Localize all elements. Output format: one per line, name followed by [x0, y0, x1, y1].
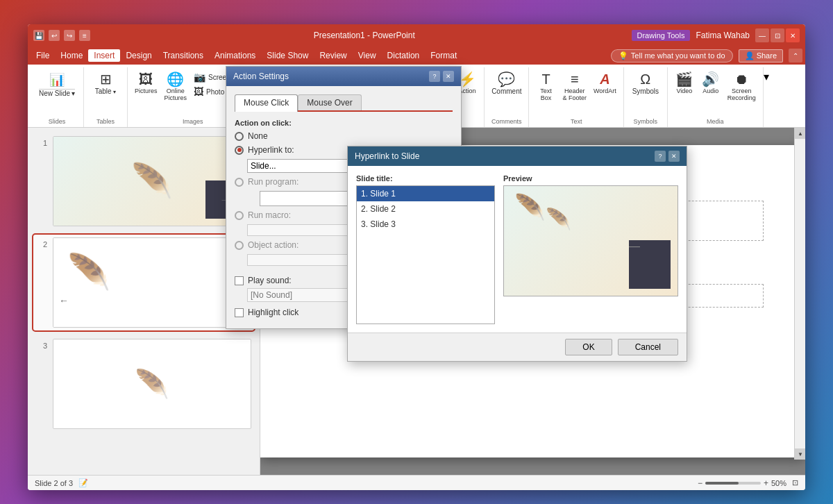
zoom-out-button[interactable]: −	[698, 478, 702, 488]
play-sound-label: Play sound:	[248, 276, 292, 285]
menu-format[interactable]: Format	[425, 49, 462, 62]
ribbon-group-slides: 📊 New Slide ▾ Slides	[31, 67, 84, 127]
radio-hyperlink[interactable]	[235, 146, 244, 155]
slides-group-label: Slides	[49, 118, 66, 127]
customize-icon[interactable]: ≡	[79, 30, 90, 41]
hyperlink-to-slide-dialog: Hyperlink to Slide ? ✕ Slide title: 1. S…	[347, 146, 687, 362]
comments-buttons: 💬 Comment	[489, 67, 524, 118]
hyperlink-dialog-controls: ? ✕	[655, 151, 680, 162]
ribbon-group-symbols: Ω Symbols Symbols	[624, 67, 668, 127]
redo-icon[interactable]: ↪	[64, 30, 75, 41]
vertical-scrollbar[interactable]: ▲ ▼	[794, 128, 805, 460]
app-title: Presentation1 - PowerPoint	[97, 31, 632, 40]
close-button[interactable]: ✕	[786, 28, 800, 42]
window-controls: — ⊡ ✕	[755, 28, 800, 42]
hyperlink-dropdown-value: Slide...	[251, 161, 276, 171]
scroll-track[interactable]	[795, 139, 805, 448]
hyperlink-dialog-help-button[interactable]: ?	[655, 151, 666, 162]
menu-transitions[interactable]: Transitions	[158, 49, 209, 62]
notes-icon[interactable]: 📝	[78, 478, 88, 487]
slide-number-1: 1	[36, 136, 47, 147]
ok-button[interactable]: OK	[565, 339, 612, 355]
screenshot-icon: 📷	[194, 72, 205, 83]
menu-insert[interactable]: Insert	[88, 49, 120, 62]
slide2-content: 🪶 ←	[53, 238, 251, 327]
menu-slideshow[interactable]: Slide Show	[261, 49, 314, 62]
cancel-button[interactable]: Cancel	[618, 339, 678, 355]
menu-file[interactable]: File	[31, 49, 55, 62]
hyperlink-dialog-body: Slide title: 1. Slide 1 2. Slide 2 3. Sl…	[348, 166, 687, 333]
slide-thumbnail-3[interactable]: 3 🪶	[33, 336, 254, 432]
scroll-up-button[interactable]: ▲	[795, 128, 805, 139]
slide-list-item-2[interactable]: 2. Slide 2	[357, 201, 494, 217]
online-pictures-label: OnlinePictures	[165, 87, 187, 101]
menu-design[interactable]: Design	[120, 49, 157, 62]
highlight-click-checkbox[interactable]	[235, 308, 244, 317]
wordart-button[interactable]: A WordArt	[591, 70, 619, 96]
video-label: Video	[676, 87, 692, 94]
header-footer-button[interactable]: ≡ Header& Footer	[559, 70, 589, 103]
screen-recording-button[interactable]: ⏺ ScreenRecording	[725, 70, 759, 103]
slide-number-3: 3	[36, 339, 47, 350]
video-button[interactable]: 🎬 Video	[672, 70, 697, 96]
minimize-button[interactable]: —	[755, 28, 769, 42]
radio-run-macro[interactable]	[235, 211, 244, 220]
new-slide-button[interactable]: 📊 New Slide ▾	[35, 70, 79, 99]
radio-object-action[interactable]	[235, 241, 244, 250]
fit-slide-button[interactable]: ⊡	[792, 478, 798, 487]
menu-view[interactable]: View	[353, 49, 382, 62]
audio-icon: 🔊	[702, 72, 719, 86]
menu-animations[interactable]: Animations	[209, 49, 261, 62]
preview-feather-left-icon: 🪶	[514, 193, 546, 222]
maximize-button[interactable]: ⊡	[771, 28, 784, 42]
symbols-button[interactable]: Ω Symbols	[628, 70, 663, 97]
ribbon-group-text: T TextBox ≡ Header& Footer A WordArt Tex…	[529, 67, 623, 127]
header-footer-label: Header& Footer	[562, 87, 587, 101]
slide-thumbnail-1[interactable]: 1 🪶 —	[33, 133, 254, 229]
comment-button[interactable]: 💬 Comment	[489, 70, 524, 97]
zoom-level: 50%	[771, 479, 786, 487]
hyperlink-dialog-close-button[interactable]: ✕	[668, 151, 680, 162]
table-icon: ⊞	[100, 72, 112, 86]
scroll-down-button[interactable]: ▼	[795, 448, 805, 460]
zoom-slider[interactable]	[705, 482, 761, 485]
symbols-icon: Ω	[640, 72, 650, 86]
textbox-button[interactable]: T TextBox	[533, 70, 558, 103]
slide-thumbnail-2[interactable]: 2 🪶 ←	[33, 235, 254, 330]
slide-list-items[interactable]: 1. Slide 1 2. Slide 2 3. Slide 3	[356, 185, 495, 324]
play-sound-checkbox[interactable]	[235, 276, 244, 285]
drawing-tools-label: Drawing Tools	[632, 30, 691, 41]
feather-icon: 🪶	[131, 162, 173, 201]
ribbon-collapse-button[interactable]: ⌃	[789, 49, 802, 62]
preview-dark-block-text: —	[629, 240, 640, 252]
share-button[interactable]: 👤 Share	[739, 49, 783, 62]
save-icon[interactable]: 💾	[33, 30, 44, 41]
screen-recording-icon: ⏺	[734, 72, 748, 86]
radio-none-label: None	[248, 131, 268, 141]
online-pictures-button[interactable]: 🌐 OnlinePictures	[162, 70, 190, 103]
zoom-bar: − + 50%	[698, 478, 786, 488]
comment-label: Comment	[491, 87, 521, 95]
menu-review[interactable]: Review	[314, 49, 352, 62]
radio-none[interactable]	[235, 132, 244, 141]
slide-list-item-3[interactable]: 3. Slide 3	[357, 217, 494, 232]
audio-label: Audio	[702, 87, 718, 94]
tables-buttons: ⊞ Table ▾	[88, 67, 123, 118]
preview-label: Preview	[503, 174, 678, 183]
sound-value: [No Sound]	[251, 290, 292, 300]
audio-button[interactable]: 🔊 Audio	[698, 70, 723, 96]
slide-list-item-1[interactable]: 1. Slide 1	[357, 186, 494, 201]
menu-home[interactable]: Home	[55, 49, 88, 62]
pictures-button[interactable]: 🖼 Pictures	[132, 70, 160, 96]
radio-run-program[interactable]	[235, 178, 244, 187]
ribbon-expand[interactable]: ▾	[764, 67, 769, 127]
zoom-in-button[interactable]: +	[764, 478, 768, 488]
undo-icon[interactable]: ↩	[49, 30, 60, 41]
slides-buttons: 📊 New Slide ▾	[35, 67, 79, 118]
radio-object-action-label: Object action:	[248, 240, 298, 250]
menu-dictation[interactable]: Dictation	[382, 49, 426, 62]
tell-me-input[interactable]: 💡 Tell me what you want to do	[611, 49, 733, 62]
symbols-buttons: Ω Symbols	[628, 67, 663, 118]
zoom-slider-fill	[705, 482, 739, 485]
table-button[interactable]: ⊞ Table ▾	[88, 70, 123, 97]
